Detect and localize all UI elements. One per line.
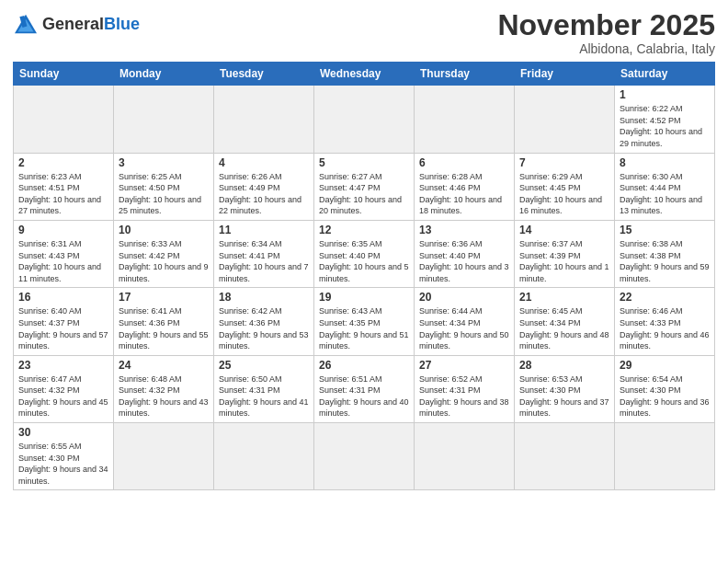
calendar-cell: 5Sunrise: 6:27 AMSunset: 4:47 PMDaylight… xyxy=(314,153,415,220)
week-row-2: 2Sunrise: 6:23 AMSunset: 4:51 PMDaylight… xyxy=(14,153,715,220)
day-info: Sunrise: 6:44 AMSunset: 4:34 PMDaylight:… xyxy=(419,305,509,351)
day-info: Sunrise: 6:43 AMSunset: 4:35 PMDaylight:… xyxy=(319,305,409,351)
day-info: Sunrise: 6:34 AMSunset: 4:41 PMDaylight:… xyxy=(219,238,309,284)
day-info: Sunrise: 6:42 AMSunset: 4:36 PMDaylight:… xyxy=(219,305,309,351)
page: GeneralBlue November 2025 Albidona, Cala… xyxy=(0,0,728,563)
day-number: 5 xyxy=(319,156,409,169)
day-number: 25 xyxy=(219,359,309,372)
day-number: 12 xyxy=(319,224,409,236)
day-info: Sunrise: 6:28 AMSunset: 4:46 PMDaylight:… xyxy=(419,171,509,217)
day-info: Sunrise: 6:26 AMSunset: 4:49 PMDaylight:… xyxy=(219,171,309,217)
calendar-cell: 21Sunrise: 6:45 AMSunset: 4:34 PMDayligh… xyxy=(515,288,615,355)
day-info: Sunrise: 6:47 AMSunset: 4:32 PMDaylight:… xyxy=(18,373,108,419)
day-info: Sunrise: 6:31 AMSunset: 4:43 PMDaylight:… xyxy=(18,238,108,284)
day-number: 23 xyxy=(18,359,108,372)
day-number: 18 xyxy=(219,291,309,304)
weekday-header-tuesday: Tuesday xyxy=(214,63,314,86)
day-number: 24 xyxy=(119,359,209,372)
day-info: Sunrise: 6:48 AMSunset: 4:32 PMDaylight:… xyxy=(119,373,209,419)
day-info: Sunrise: 6:29 AMSunset: 4:45 PMDaylight:… xyxy=(519,171,609,217)
day-number: 15 xyxy=(620,224,710,236)
day-number: 7 xyxy=(519,156,609,169)
day-number: 6 xyxy=(419,156,509,169)
calendar-cell xyxy=(114,86,214,153)
calendar-cell: 11Sunrise: 6:34 AMSunset: 4:41 PMDayligh… xyxy=(214,220,314,287)
day-info: Sunrise: 6:46 AMSunset: 4:33 PMDaylight:… xyxy=(620,305,710,351)
calendar-cell: 4Sunrise: 6:26 AMSunset: 4:49 PMDaylight… xyxy=(214,153,314,220)
weekday-header-wednesday: Wednesday xyxy=(314,63,415,86)
day-number: 20 xyxy=(419,291,509,304)
day-info: Sunrise: 6:22 AMSunset: 4:52 PMDaylight:… xyxy=(620,103,710,149)
day-info: Sunrise: 6:33 AMSunset: 4:42 PMDaylight:… xyxy=(119,238,209,284)
calendar-cell: 14Sunrise: 6:37 AMSunset: 4:39 PMDayligh… xyxy=(515,220,615,287)
month-title: November 2025 xyxy=(497,9,715,41)
calendar-cell: 13Sunrise: 6:36 AMSunset: 4:40 PMDayligh… xyxy=(415,220,515,287)
day-info: Sunrise: 6:53 AMSunset: 4:30 PMDaylight:… xyxy=(519,373,609,419)
day-number: 9 xyxy=(18,224,108,236)
calendar-cell xyxy=(214,86,314,153)
day-info: Sunrise: 6:38 AMSunset: 4:38 PMDaylight:… xyxy=(620,238,710,284)
day-number: 22 xyxy=(620,291,710,304)
calendar-cell: 17Sunrise: 6:41 AMSunset: 4:36 PMDayligh… xyxy=(114,288,214,355)
calendar-cell: 30Sunrise: 6:55 AMSunset: 4:30 PMDayligh… xyxy=(14,423,114,490)
day-number: 1 xyxy=(620,88,710,101)
day-number: 30 xyxy=(18,426,108,439)
day-number: 16 xyxy=(18,291,108,304)
calendar-cell xyxy=(14,86,114,153)
day-number: 2 xyxy=(18,156,108,169)
calendar-cell xyxy=(515,86,615,153)
calendar-cell xyxy=(114,423,214,490)
day-number: 11 xyxy=(219,224,309,236)
calendar-cell: 3Sunrise: 6:25 AMSunset: 4:50 PMDaylight… xyxy=(114,153,214,220)
calendar-cell: 18Sunrise: 6:42 AMSunset: 4:36 PMDayligh… xyxy=(214,288,314,355)
day-info: Sunrise: 6:25 AMSunset: 4:50 PMDaylight:… xyxy=(119,171,209,217)
header: GeneralBlue November 2025 Albidona, Cala… xyxy=(13,9,715,56)
day-info: Sunrise: 6:30 AMSunset: 4:44 PMDaylight:… xyxy=(620,171,710,217)
week-row-6: 30Sunrise: 6:55 AMSunset: 4:30 PMDayligh… xyxy=(14,423,715,490)
calendar-cell: 27Sunrise: 6:52 AMSunset: 4:31 PMDayligh… xyxy=(415,355,515,422)
weekday-header-monday: Monday xyxy=(114,63,214,86)
calendar-cell: 8Sunrise: 6:30 AMSunset: 4:44 PMDaylight… xyxy=(615,153,715,220)
calendar-cell xyxy=(615,423,715,490)
day-number: 10 xyxy=(119,224,209,236)
weekday-header-friday: Friday xyxy=(515,63,615,86)
calendar-cell: 23Sunrise: 6:47 AMSunset: 4:32 PMDayligh… xyxy=(14,355,114,422)
calendar-cell: 29Sunrise: 6:54 AMSunset: 4:30 PMDayligh… xyxy=(615,355,715,422)
day-number: 17 xyxy=(119,291,209,304)
calendar-cell: 7Sunrise: 6:29 AMSunset: 4:45 PMDaylight… xyxy=(515,153,615,220)
day-info: Sunrise: 6:36 AMSunset: 4:40 PMDaylight:… xyxy=(419,238,509,284)
calendar-cell xyxy=(314,86,415,153)
day-info: Sunrise: 6:54 AMSunset: 4:30 PMDaylight:… xyxy=(620,373,710,419)
logo-text: GeneralBlue xyxy=(42,16,140,33)
day-number: 8 xyxy=(620,156,710,169)
calendar-cell: 2Sunrise: 6:23 AMSunset: 4:51 PMDaylight… xyxy=(14,153,114,220)
day-info: Sunrise: 6:50 AMSunset: 4:31 PMDaylight:… xyxy=(219,373,309,419)
calendar-cell: 22Sunrise: 6:46 AMSunset: 4:33 PMDayligh… xyxy=(615,288,715,355)
day-info: Sunrise: 6:41 AMSunset: 4:36 PMDaylight:… xyxy=(119,305,209,351)
calendar-cell xyxy=(515,423,615,490)
calendar: SundayMondayTuesdayWednesdayThursdayFrid… xyxy=(13,62,715,490)
calendar-cell: 12Sunrise: 6:35 AMSunset: 4:40 PMDayligh… xyxy=(314,220,415,287)
calendar-cell: 26Sunrise: 6:51 AMSunset: 4:31 PMDayligh… xyxy=(314,355,415,422)
calendar-cell: 16Sunrise: 6:40 AMSunset: 4:37 PMDayligh… xyxy=(14,288,114,355)
calendar-cell xyxy=(415,423,515,490)
day-number: 21 xyxy=(519,291,609,304)
calendar-cell xyxy=(214,423,314,490)
location-subtitle: Albidona, Calabria, Italy xyxy=(497,41,715,56)
weekday-header-saturday: Saturday xyxy=(615,63,715,86)
day-number: 28 xyxy=(519,359,609,372)
calendar-cell xyxy=(314,423,415,490)
calendar-cell: 28Sunrise: 6:53 AMSunset: 4:30 PMDayligh… xyxy=(515,355,615,422)
day-info: Sunrise: 6:27 AMSunset: 4:47 PMDaylight:… xyxy=(319,171,409,217)
day-number: 29 xyxy=(620,359,710,372)
calendar-cell: 25Sunrise: 6:50 AMSunset: 4:31 PMDayligh… xyxy=(214,355,314,422)
day-number: 14 xyxy=(519,224,609,236)
week-row-5: 23Sunrise: 6:47 AMSunset: 4:32 PMDayligh… xyxy=(14,355,715,422)
calendar-cell: 10Sunrise: 6:33 AMSunset: 4:42 PMDayligh… xyxy=(114,220,214,287)
weekday-header-row: SundayMondayTuesdayWednesdayThursdayFrid… xyxy=(14,63,715,86)
calendar-cell: 9Sunrise: 6:31 AMSunset: 4:43 PMDaylight… xyxy=(14,220,114,287)
week-row-1: 1Sunrise: 6:22 AMSunset: 4:52 PMDaylight… xyxy=(14,86,715,153)
day-number: 26 xyxy=(319,359,409,372)
day-info: Sunrise: 6:51 AMSunset: 4:31 PMDaylight:… xyxy=(319,373,409,419)
day-number: 13 xyxy=(419,224,509,236)
